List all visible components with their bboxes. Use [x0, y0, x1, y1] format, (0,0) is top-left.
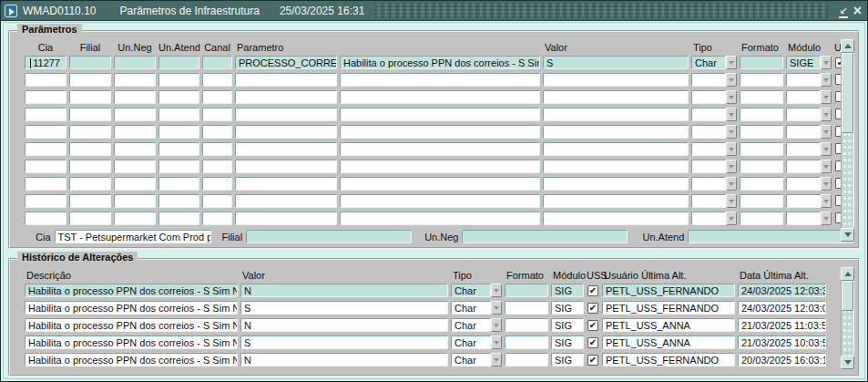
filial-field[interactable] [69, 90, 111, 104]
tipo-dropdown[interactable] [691, 108, 737, 121]
modulo-dropdown[interactable] [786, 108, 832, 121]
dropdown-arrow-icon[interactable] [821, 90, 832, 104]
tipo-field[interactable] [691, 73, 726, 87]
valor-field[interactable] [543, 194, 689, 208]
formato-field[interactable] [740, 212, 783, 225]
modulo-field[interactable]: SIG [551, 284, 584, 297]
filial-field[interactable] [69, 212, 111, 225]
un-neg-field[interactable] [114, 194, 156, 208]
dropdown-arrow-icon[interactable] [821, 212, 832, 225]
footer-un-neg-field[interactable] [462, 230, 628, 243]
un-neg-field[interactable] [114, 177, 156, 191]
un-atend-field[interactable] [158, 177, 199, 191]
cia-field[interactable] [25, 160, 66, 173]
un-neg-field[interactable] [114, 73, 156, 87]
parametro-field[interactable] [235, 160, 337, 173]
modulo-field[interactable] [786, 142, 821, 156]
dropdown-arrow-icon[interactable] [821, 142, 832, 156]
tipo-dropdown[interactable] [691, 177, 737, 191]
scroll-down-button[interactable] [841, 228, 854, 242]
dropdown-arrow-icon[interactable] [726, 125, 737, 139]
scrollbar-thumb[interactable] [842, 53, 853, 133]
cia-field[interactable] [25, 125, 66, 139]
descricao-field[interactable] [340, 125, 540, 139]
modulo-field[interactable] [786, 73, 821, 87]
dropdown-arrow-icon[interactable] [491, 284, 502, 297]
parametro-field[interactable] [235, 108, 337, 121]
footer-cia-field[interactable]: TST - Petsupermarket Com Prod para Anim [55, 230, 211, 243]
dropdown-arrow-icon[interactable] [821, 177, 832, 191]
descricao-field[interactable]: Habilita o processo PPN dos correios - S… [25, 284, 238, 297]
tipo-dropdown[interactable]: Char [451, 301, 502, 315]
modulo-dropdown[interactable] [786, 212, 832, 225]
footer-filial-field[interactable] [246, 230, 412, 243]
formato-field[interactable] [740, 194, 783, 208]
data-field[interactable]: 21/03/2025 10:03:51 [738, 336, 826, 349]
tipo-dropdown[interactable] [691, 212, 737, 225]
un-atend-field[interactable] [158, 142, 199, 156]
filial-field[interactable] [69, 142, 111, 156]
filial-field[interactable] [69, 125, 111, 139]
uss-checkbox[interactable]: ✔ [587, 285, 598, 296]
tipo-field[interactable]: Char [451, 284, 491, 297]
parametro-field[interactable] [235, 142, 337, 156]
parametro-field[interactable] [235, 73, 337, 87]
uss-checkbox[interactable]: ✔ [587, 355, 598, 366]
descricao-field[interactable]: Habilita o processo PPN dos correios - S… [25, 301, 238, 315]
dropdown-arrow-icon[interactable] [491, 336, 502, 349]
descricao-field[interactable]: Habilita o processo PPN dos correios - S… [25, 353, 238, 367]
parametro-field[interactable] [235, 177, 337, 191]
un-atend-field[interactable] [158, 160, 199, 173]
modulo-field[interactable]: SIG [551, 318, 584, 332]
un-atend-field[interactable] [158, 90, 199, 104]
uss-checkbox[interactable]: ✔ [587, 320, 598, 331]
tipo-field[interactable] [691, 212, 726, 225]
tipo-field[interactable] [691, 177, 726, 191]
formato-field[interactable] [505, 301, 548, 315]
valor-field[interactable] [543, 125, 689, 139]
modulo-field[interactable]: SIG [551, 301, 584, 315]
dropdown-arrow-icon[interactable] [726, 177, 737, 191]
valor-field[interactable] [543, 90, 689, 104]
tipo-field[interactable] [691, 108, 726, 121]
un-neg-field[interactable] [114, 56, 156, 69]
modulo-field[interactable] [786, 212, 821, 225]
canal-field[interactable] [202, 142, 232, 156]
formato-field[interactable] [740, 142, 783, 156]
un-neg-field[interactable] [114, 212, 156, 225]
canal-field[interactable] [202, 56, 232, 69]
restore-window-icon[interactable]: ↙ [839, 4, 847, 18]
tipo-field[interactable]: Char [451, 301, 491, 315]
tipo-dropdown[interactable] [691, 160, 737, 173]
canal-field[interactable] [202, 90, 232, 104]
tipo-field[interactable] [691, 90, 726, 104]
cia-field[interactable] [25, 212, 66, 225]
dropdown-arrow-icon[interactable] [726, 142, 737, 156]
descricao-field[interactable] [340, 177, 540, 191]
cia-field[interactable] [25, 73, 66, 87]
cia-field[interactable]: 11277 [25, 56, 66, 69]
un-neg-field[interactable] [114, 125, 156, 139]
tipo-dropdown[interactable] [691, 73, 737, 87]
dropdown-arrow-icon[interactable] [491, 353, 502, 367]
scrollbar-thumb[interactable] [842, 281, 853, 311]
dropdown-arrow-icon[interactable] [821, 160, 832, 173]
modulo-field[interactable]: SIG [551, 353, 584, 367]
modulo-field[interactable]: SIGE [786, 56, 821, 69]
modulo-dropdown[interactable] [786, 90, 832, 104]
formato-field[interactable] [740, 73, 783, 87]
canal-field[interactable] [202, 73, 232, 87]
canal-field[interactable] [202, 125, 232, 139]
valor-field[interactable] [543, 212, 689, 225]
scroll-down-button[interactable] [841, 356, 854, 369]
dropdown-arrow-icon[interactable] [821, 73, 832, 87]
footer-un-atend-field[interactable] [688, 230, 853, 243]
valor-field[interactable] [543, 160, 689, 173]
canal-field[interactable] [202, 160, 232, 173]
dropdown-arrow-icon[interactable] [726, 108, 737, 121]
descricao-field[interactable] [340, 160, 540, 173]
descricao-field[interactable] [340, 212, 540, 225]
tipo-dropdown[interactable] [691, 90, 737, 104]
data-field[interactable]: 24/03/2025 12:03:39 [738, 284, 826, 297]
dropdown-arrow-icon[interactable] [491, 301, 502, 315]
